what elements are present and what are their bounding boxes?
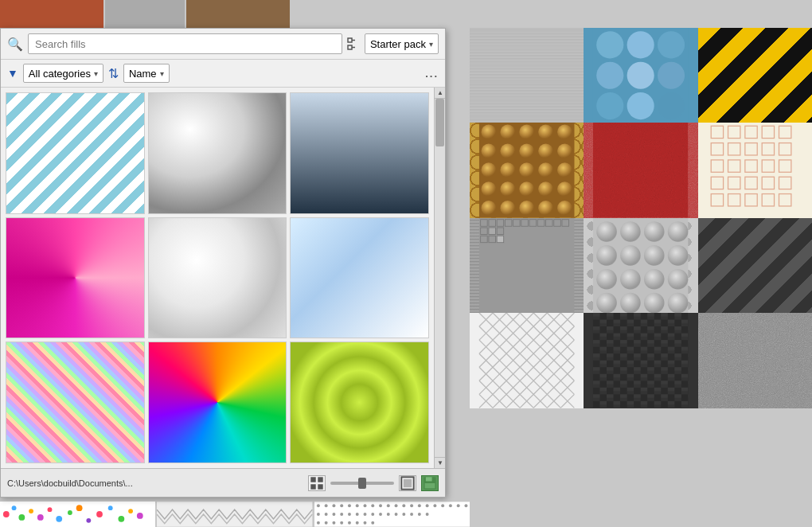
pack-label: Starter pack: [370, 38, 426, 50]
svg-point-185: [464, 504, 467, 507]
swatch-gray-dots[interactable]: [584, 218, 697, 313]
svg-point-29: [519, 182, 534, 197]
svg-point-168: [332, 504, 335, 507]
svg-point-169: [340, 504, 343, 507]
swatch-bottom-zigzag[interactable]: [157, 502, 312, 527]
pack-selector[interactable]: Starter pack ▾: [365, 33, 439, 54]
svg-point-6: [658, 62, 685, 89]
filter-icon: ▼: [7, 67, 18, 80]
svg-point-2: [627, 31, 654, 58]
svg-point-12: [482, 125, 497, 140]
svg-rect-137: [348, 45, 352, 49]
swatch-gold-bumps[interactable]: [470, 123, 584, 217]
pack-chevron-icon: ▾: [429, 40, 433, 49]
svg-point-97: [620, 293, 641, 314]
svg-rect-165: [314, 502, 470, 526]
scrollbar[interactable]: ▲ ▼: [434, 88, 445, 468]
tree-view-icon[interactable]: [347, 37, 360, 50]
svg-point-99: [668, 293, 689, 314]
svg-point-202: [324, 521, 327, 525]
swatch-mini-gray-metal[interactable]: [105, 0, 185, 28]
swatch-vintage-pattern[interactable]: [698, 123, 812, 217]
svg-point-24: [519, 163, 534, 178]
swatch-bottom-dots[interactable]: [0, 502, 155, 527]
svg-rect-139: [310, 477, 315, 482]
fill-item-7[interactable]: [6, 342, 145, 463]
scroll-up-button[interactable]: ▲: [435, 88, 445, 99]
svg-rect-134: [708, 313, 802, 408]
fill-item-9[interactable]: [290, 342, 429, 463]
svg-point-175: [386, 504, 389, 507]
svg-point-87: [668, 221, 689, 242]
svg-point-174: [379, 504, 382, 507]
svg-point-154: [48, 507, 53, 512]
svg-point-151: [18, 514, 25, 521]
svg-point-26: [557, 163, 572, 178]
svg-point-14: [519, 125, 534, 140]
svg-point-177: [402, 504, 405, 507]
fill-item-5[interactable]: [148, 217, 287, 339]
svg-point-85: [620, 221, 641, 242]
size-slider[interactable]: [330, 482, 394, 485]
main-container: 🔍 Starter pack ▾ ▼ All categories ▾: [0, 0, 812, 527]
svg-point-192: [363, 513, 366, 516]
swatch-diamond-wire[interactable]: [470, 313, 584, 408]
sort-chevron-icon: ▾: [160, 69, 164, 78]
search-input[interactable]: [28, 33, 342, 54]
swatch-gray-concrete[interactable]: [470, 28, 584, 123]
svg-point-20: [538, 144, 553, 159]
fill-item-1[interactable]: [6, 92, 145, 214]
grid-view-button[interactable]: [308, 475, 326, 491]
svg-point-182: [441, 504, 444, 507]
swatch-red-carpet[interactable]: [584, 123, 697, 217]
fill-item-8[interactable]: [148, 342, 287, 463]
swatch-mini-brick[interactable]: [0, 0, 103, 28]
swatch-mini-brown-grain[interactable]: [186, 0, 290, 28]
scrollbar-thumb[interactable]: [435, 99, 444, 146]
svg-point-150: [12, 506, 17, 510]
swatch-dark-carbon[interactable]: [584, 313, 697, 408]
fill-item-2[interactable]: [148, 92, 287, 214]
swatch-gray-mosaic[interactable]: [470, 218, 584, 313]
category-dropdown[interactable]: All categories ▾: [23, 64, 103, 83]
svg-point-203: [332, 521, 335, 525]
svg-point-3: [658, 31, 685, 58]
svg-point-198: [410, 513, 413, 516]
more-options-icon[interactable]: ...: [425, 68, 439, 80]
fill-grid: [1, 88, 445, 468]
svg-point-196: [394, 513, 397, 516]
svg-point-5: [627, 62, 654, 89]
swatch-gray-static[interactable]: [698, 313, 812, 408]
svg-point-180: [425, 504, 428, 507]
fill-item-6[interactable]: [290, 217, 429, 339]
swatch-dark-stripes[interactable]: [698, 218, 812, 313]
svg-point-16: [557, 125, 572, 140]
swatch-bottom-small-dots[interactable]: [314, 502, 470, 527]
save-button[interactable]: [421, 475, 439, 491]
svg-point-193: [371, 513, 374, 516]
svg-point-25: [538, 163, 553, 178]
svg-rect-135: [348, 38, 352, 42]
scroll-down-button[interactable]: ▼: [435, 457, 445, 468]
svg-point-4: [597, 62, 624, 89]
svg-point-197: [402, 513, 405, 516]
svg-point-194: [379, 513, 382, 516]
svg-point-190: [348, 513, 351, 516]
path-text: C:\Users\docbuild\Documents\...: [7, 478, 302, 488]
sort-label: Name: [129, 68, 157, 80]
fill-item-4[interactable]: [6, 217, 145, 339]
swatch-blue-bubbles[interactable]: [584, 28, 697, 123]
single-view-button[interactable]: [399, 475, 416, 491]
swatch-yellow-black[interactable]: [698, 28, 812, 123]
fill-item-3[interactable]: [290, 92, 429, 214]
svg-rect-39: [708, 123, 802, 217]
svg-point-160: [108, 506, 113, 510]
sort-dropdown[interactable]: Name ▾: [123, 64, 170, 83]
svg-point-8: [627, 92, 654, 119]
svg-point-205: [348, 521, 351, 525]
svg-point-200: [425, 513, 428, 516]
svg-point-90: [644, 245, 665, 266]
slider-thumb[interactable]: [358, 478, 366, 489]
category-label: All categories: [29, 68, 91, 80]
svg-point-31: [557, 182, 572, 197]
